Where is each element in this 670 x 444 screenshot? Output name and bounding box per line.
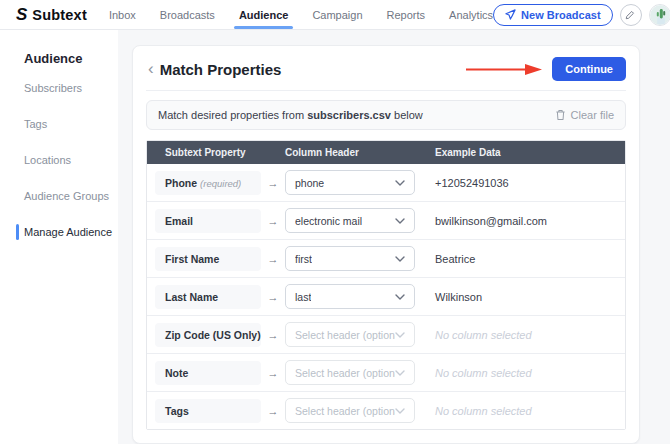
- table-row: Phone(required) → phone +12052491036: [147, 164, 625, 202]
- sidebar: Audience SubscribersTagsLocationsAudienc…: [0, 30, 118, 444]
- logo-text: Subtext: [32, 7, 87, 23]
- column-header-select[interactable]: Select header (optional): [285, 398, 415, 423]
- sidebar-item-subscribers[interactable]: Subscribers: [0, 70, 118, 106]
- example-data: +12052491036: [415, 177, 617, 189]
- pencil-icon: [625, 9, 636, 20]
- file-bar: Match desired properties from subscriber…: [146, 100, 626, 130]
- sidebar-title: Audience: [0, 30, 118, 70]
- nav-items: InboxBroadcastsAudienceCampaignReportsAn…: [109, 0, 493, 29]
- select-value: Select header (optional): [295, 405, 395, 417]
- select-value: electronic mail: [295, 215, 362, 227]
- main-area: ‹ Match Properties Continue Match desire…: [118, 30, 670, 444]
- column-header-select[interactable]: Select header (optional): [285, 322, 415, 347]
- property-label: Email: [155, 209, 261, 233]
- chevron-down-icon: [395, 256, 405, 262]
- column-header-select[interactable]: last: [285, 284, 415, 309]
- property-label: Zip Code (US Only): [155, 323, 261, 347]
- continue-button[interactable]: Continue: [552, 57, 626, 81]
- sidebar-item-tags[interactable]: Tags: [0, 106, 118, 142]
- match-table: Subtext Property Column Header Example D…: [146, 140, 626, 430]
- table-row: Last Name → last Wilkinson: [147, 278, 625, 316]
- top-nav: S Subtext InboxBroadcastsAudienceCampaig…: [0, 0, 670, 30]
- table-row: Email → electronic mail bwilkinson@gmail…: [147, 202, 625, 240]
- column-header-select[interactable]: phone: [285, 170, 415, 195]
- table-row: First Name → first Beatrice: [147, 240, 625, 278]
- chevron-down-icon: [395, 218, 405, 224]
- property-label: Last Name: [155, 285, 261, 309]
- avatar[interactable]: [649, 4, 670, 26]
- col-header-subtext-property: Subtext Property: [155, 147, 261, 158]
- property-name: Email: [165, 215, 193, 227]
- sidebar-item-locations[interactable]: Locations: [0, 142, 118, 178]
- property-note: (required): [200, 178, 241, 189]
- chevron-down-icon: [395, 180, 405, 186]
- select-value: first: [295, 253, 312, 265]
- arrow-right-icon: →: [261, 291, 285, 303]
- example-data: Beatrice: [415, 253, 617, 265]
- property-name: Zip Code (US Only): [165, 329, 261, 341]
- column-header-select[interactable]: Select header (optional): [285, 360, 415, 385]
- new-broadcast-label: New Broadcast: [521, 9, 600, 21]
- nav-item-campaign[interactable]: Campaign: [312, 0, 362, 29]
- arrow-right-icon: →: [261, 367, 285, 379]
- table-row: Zip Code (US Only) → Select header (opti…: [147, 316, 625, 354]
- property-name: Last Name: [165, 291, 218, 303]
- column-header-select[interactable]: first: [285, 246, 415, 271]
- chevron-down-icon: [395, 294, 405, 300]
- select-value: last: [295, 291, 311, 303]
- arrow-right-icon: →: [261, 329, 285, 341]
- select-value: Select header (optional): [295, 329, 395, 341]
- table-row: Note → Select header (optional) No colum…: [147, 354, 625, 392]
- nav-item-broadcasts[interactable]: Broadcasts: [160, 0, 215, 29]
- property-label: Phone(required): [155, 171, 261, 195]
- arrow-right-icon: →: [261, 177, 285, 189]
- page-title: Match Properties: [160, 61, 282, 78]
- select-value: phone: [295, 177, 324, 189]
- nav-right: New Broadcast: [493, 4, 670, 26]
- new-broadcast-button[interactable]: New Broadcast: [493, 4, 612, 26]
- arrow-right-icon: →: [261, 253, 285, 265]
- table-header: Subtext Property Column Header Example D…: [147, 141, 625, 164]
- arrow-right-icon: →: [261, 405, 285, 417]
- app-logo[interactable]: S Subtext: [16, 6, 87, 23]
- clear-file-button[interactable]: Clear file: [555, 109, 614, 121]
- col-header-example-data: Example Data: [415, 147, 617, 158]
- property-name: Phone: [165, 177, 197, 189]
- chevron-down-icon: [395, 408, 405, 414]
- table-row: Tags → Select header (optional) No colum…: [147, 392, 625, 429]
- sidebar-items: SubscribersTagsLocationsAudience GroupsM…: [0, 70, 118, 250]
- chevron-down-icon: [395, 332, 405, 338]
- table-body: Phone(required) → phone +12052491036 Ema…: [147, 164, 625, 429]
- file-bar-text: Match desired properties from subscriber…: [158, 109, 423, 121]
- property-name: Tags: [165, 405, 189, 417]
- logo-icon: S: [16, 6, 27, 23]
- sidebar-item-manage-audience[interactable]: Manage Audience: [0, 214, 118, 250]
- annotation-arrow: [465, 63, 543, 76]
- sidebar-item-audience-groups[interactable]: Audience Groups: [0, 178, 118, 214]
- example-data: No column selected: [415, 405, 617, 417]
- select-value: Select header (optional): [295, 367, 395, 379]
- example-data: No column selected: [415, 367, 617, 379]
- property-label: Note: [155, 361, 261, 385]
- property-name: First Name: [165, 253, 219, 265]
- property-name: Note: [165, 367, 188, 379]
- back-button[interactable]: ‹: [146, 60, 160, 79]
- card-header: ‹ Match Properties Continue: [146, 57, 626, 81]
- nav-item-audience[interactable]: Audience: [239, 0, 289, 29]
- example-data: bwilkinson@gmail.com: [415, 215, 617, 227]
- property-label: Tags: [155, 399, 261, 423]
- example-data: Wilkinson: [415, 291, 617, 303]
- nav-item-reports[interactable]: Reports: [387, 0, 426, 29]
- property-label: First Name: [155, 247, 261, 271]
- nav-item-inbox[interactable]: Inbox: [109, 0, 136, 29]
- clear-file-label: Clear file: [571, 109, 614, 121]
- header-divider: [146, 90, 626, 91]
- trash-icon: [555, 109, 566, 121]
- cactus-avatar-icon: [650, 5, 670, 26]
- chevron-down-icon: [395, 370, 405, 376]
- nav-item-analytics[interactable]: Analytics: [449, 0, 493, 29]
- example-data: No column selected: [415, 329, 617, 341]
- compose-button[interactable]: [620, 4, 642, 26]
- col-header-column-header: Column Header: [285, 147, 415, 158]
- column-header-select[interactable]: electronic mail: [285, 208, 415, 233]
